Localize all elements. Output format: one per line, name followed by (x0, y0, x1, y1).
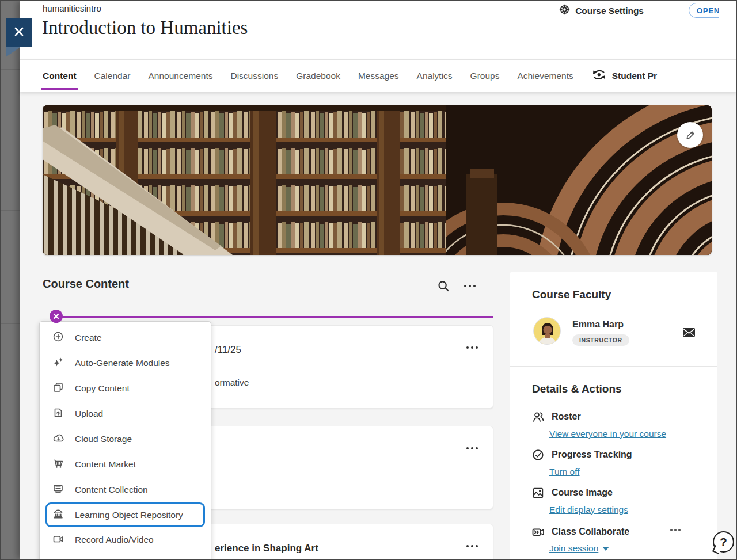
item-ellipsis-icon[interactable] (464, 538, 480, 554)
tab-content[interactable]: Content (43, 60, 77, 92)
cloud-plus-icon (52, 432, 64, 446)
menu-item-copy-content[interactable]: Copy Content (40, 376, 211, 401)
tab-gradebook[interactable]: Gradebook (296, 60, 340, 92)
add-content-menu: Create Auto-Generate Modules Copy Conten… (39, 321, 211, 559)
course-header: humanitiesintro Introduction to Humaniti… (20, 1, 736, 59)
menu-item-record-audio-video[interactable]: Record Audio/Video (40, 527, 211, 553)
tab-announcements[interactable]: Announcements (148, 60, 212, 92)
join-session-link[interactable]: Join session (549, 543, 609, 554)
instructor-role-badge: INSTRUCTOR (572, 334, 629, 346)
dimmed-backdrop (1, 1, 20, 559)
roster-label: Roster (552, 412, 581, 422)
course-banner-image (43, 105, 712, 255)
menu-item-learning-object-repository[interactable]: Learning Object Repository (45, 502, 205, 527)
content-collection-icon (52, 483, 64, 497)
copy-icon (52, 382, 64, 395)
progress-tracking-label: Progress Tracking (552, 449, 632, 460)
menu-item-upload[interactable]: Upload (40, 401, 211, 426)
close-icon (13, 26, 25, 40)
item-ellipsis-icon[interactable] (464, 440, 480, 456)
course-panel: humanitiesintro Introduction to Humaniti… (20, 1, 736, 559)
help-button[interactable]: ? (713, 531, 734, 553)
tab-groups[interactable]: Groups (470, 60, 500, 92)
class-collaborate-icon (532, 526, 545, 540)
video-camera-icon (52, 533, 64, 547)
add-content-divider (56, 316, 493, 318)
roster-people-icon (532, 411, 545, 425)
course-window: humanitiesintro Introduction to Humaniti… (0, 0, 737, 560)
course-image-icon (532, 487, 544, 501)
course-sidebar: Course Faculty Emma Harp INSTRUCTOR (510, 272, 717, 559)
course-image-link[interactable]: Edit display settings (549, 505, 628, 515)
item-ellipsis-icon[interactable] (464, 340, 480, 356)
tab-analytics[interactable]: Analytics (417, 60, 453, 92)
partial-icon (52, 558, 64, 559)
sparkles-icon (52, 356, 64, 370)
progress-check-icon (532, 449, 544, 463)
tab-achievements[interactable]: Achievements (517, 60, 573, 92)
shopping-cart-icon (52, 458, 64, 471)
instructor-avatar (533, 317, 561, 345)
search-icon[interactable] (435, 278, 451, 294)
collaborate-options-ellipsis-icon[interactable] (669, 529, 682, 531)
tab-student-preview[interactable]: Student Pr (591, 60, 657, 92)
tab-calendar[interactable]: Calendar (94, 60, 131, 92)
menu-item-cloud-storage[interactable]: Cloud Storage (40, 426, 211, 452)
progress-tracking-link[interactable]: Turn off (549, 467, 580, 477)
page-title: Introduction to Humanities (42, 17, 248, 39)
course-tabbar: Content Calendar Announcements Discussio… (20, 59, 736, 92)
roster-link[interactable]: View everyone in your course (549, 429, 666, 439)
tab-discussions[interactable]: Discussions (230, 60, 278, 92)
details-actions-heading: Details & Actions (532, 383, 622, 395)
create-plus-icon (52, 331, 64, 345)
edit-banner-button[interactable] (677, 122, 703, 148)
menu-item-content-market[interactable]: Content Market (40, 452, 211, 477)
student-preview-icon (591, 68, 607, 83)
tab-messages[interactable]: Messages (358, 60, 399, 92)
sidebar-divider (510, 366, 717, 367)
menu-item-auto-generate-modules[interactable]: Auto-Generate Modules (40, 351, 211, 376)
upload-icon (52, 407, 64, 421)
close-panel-button[interactable] (6, 18, 32, 47)
email-icon[interactable] (683, 328, 695, 339)
course-image-label: Course Image (552, 487, 613, 498)
class-collaborate-label: Class Collaborate (552, 527, 629, 537)
content-area: Course Content /11/25 ormative erience i… (20, 92, 736, 559)
course-settings-label: Course Settings (575, 6, 644, 16)
pencil-icon (685, 129, 696, 141)
course-id: humanitiesintro (43, 3, 101, 13)
gear-icon (559, 3, 571, 18)
course-content-heading: Course Content (43, 277, 129, 291)
menu-item-partial[interactable] (40, 553, 211, 559)
instructor-name: Emma Harp (572, 319, 624, 330)
menu-item-content-collection[interactable]: Content Collection (40, 477, 211, 502)
content-options-ellipsis-icon[interactable] (462, 278, 478, 294)
menu-item-create[interactable]: Create (40, 325, 211, 351)
add-content-close-button[interactable] (50, 310, 63, 323)
course-faculty-heading: Course Faculty (532, 288, 611, 301)
course-settings-button[interactable]: Course Settings (559, 3, 644, 18)
repository-bank-icon (52, 508, 64, 522)
chevron-down-icon (602, 547, 609, 551)
